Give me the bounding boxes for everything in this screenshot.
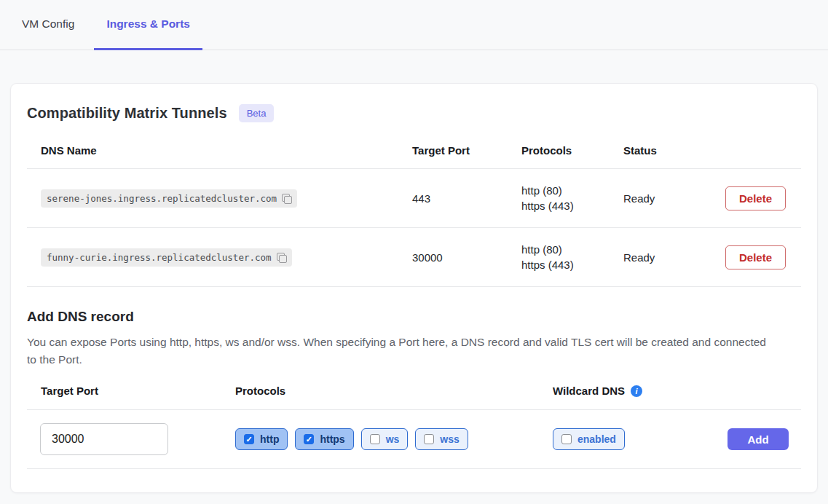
dns-name-text: funny-curie.ingress.replicatedcluster.co…: [47, 252, 272, 263]
add-button[interactable]: Add: [728, 428, 789, 450]
delete-button[interactable]: Delete: [725, 245, 786, 269]
target-port-cell: 443: [398, 192, 508, 205]
protocol-checkbox-label: http: [260, 433, 279, 445]
dns-name-text: serene-jones.ingress.replicatedcluster.c…: [47, 193, 277, 204]
delete-button[interactable]: Delete: [725, 186, 786, 210]
wildcard-checkbox-label: enabled: [577, 433, 616, 445]
wildcard-enabled-checkbox[interactable]: enabled: [553, 428, 625, 450]
add-dns-record-description: You can expose Ports using http, https, …: [27, 334, 770, 369]
column-header-status: Status: [610, 144, 701, 157]
dns-name-pill: serene-jones.ingress.replicatedcluster.c…: [41, 189, 297, 208]
status-cell: Ready: [610, 251, 701, 264]
protocol-checkbox-label: https: [320, 433, 344, 445]
tunnels-card: Compatibility Matrix Tunnels Beta DNS Na…: [10, 83, 818, 493]
add-dns-record-title: Add DNS record: [27, 309, 801, 325]
protocol-checkbox-wss[interactable]: wss: [415, 428, 468, 450]
card-header: Compatibility Matrix Tunnels Beta: [27, 102, 801, 124]
form-header-wildcard-dns: Wildcard DNS i: [553, 385, 728, 397]
column-header-dns-name: DNS Name: [27, 144, 398, 157]
wildcard-dns-cell: enabled: [553, 428, 728, 450]
protocol-checkbox-https[interactable]: ✓ https: [295, 428, 353, 450]
form-header-target-port: Target Port: [27, 385, 235, 397]
beta-badge: Beta: [239, 104, 275, 122]
table-row: funny-curie.ingress.replicatedcluster.co…: [27, 228, 801, 287]
table-header-row: DNS Name Target Port Protocols Status: [27, 131, 801, 169]
tab-vm-config[interactable]: VM Config: [9, 0, 87, 50]
protocols-cell: http (80) https (443): [508, 183, 610, 213]
checkbox-unchecked-icon: [424, 434, 434, 444]
form-header-protocols: Protocols: [235, 385, 553, 397]
protocol-line: http (80): [521, 242, 610, 257]
dns-name-pill: funny-curie.ingress.replicatedcluster.co…: [41, 248, 292, 267]
protocol-line: https (443): [521, 257, 610, 272]
target-port-field-cell: [27, 423, 235, 455]
checkbox-checked-icon: ✓: [304, 434, 314, 444]
table-row: serene-jones.ingress.replicatedcluster.c…: [27, 169, 801, 228]
tab-ingress-ports[interactable]: Ingress & Ports: [94, 0, 202, 50]
protocol-line: https (443): [521, 198, 610, 213]
column-header-protocols: Protocols: [508, 144, 610, 157]
wildcard-dns-label: Wildcard DNS: [553, 385, 625, 397]
status-cell: Ready: [610, 192, 701, 205]
form-row: ✓ http ✓ https ws wss enabled Add: [27, 410, 801, 469]
column-header-target-port: Target Port: [398, 144, 508, 157]
copy-icon[interactable]: [282, 194, 291, 203]
dns-name-cell: funny-curie.ingress.replicatedcluster.co…: [27, 248, 398, 267]
checkbox-unchecked-icon: [370, 434, 380, 444]
copy-icon[interactable]: [277, 253, 286, 262]
protocol-line: http (80): [521, 183, 610, 198]
dns-name-cell: serene-jones.ingress.replicatedcluster.c…: [27, 189, 398, 208]
form-header-row: Target Port Protocols Wildcard DNS i: [27, 376, 801, 410]
page-title: Compatibility Matrix Tunnels: [27, 105, 227, 122]
protocols-cell: http (80) https (443): [508, 242, 610, 272]
add-button-cell: Add: [728, 428, 804, 450]
tab-bar: VM Config Ingress & Ports: [0, 0, 828, 50]
protocol-checkbox-ws[interactable]: ws: [361, 428, 409, 450]
target-port-input[interactable]: [40, 423, 168, 455]
protocol-checkbox-group: ✓ http ✓ https ws wss: [235, 428, 553, 450]
protocol-checkbox-http[interactable]: ✓ http: [235, 428, 288, 450]
target-port-cell: 30000: [398, 251, 508, 264]
checkbox-unchecked-icon: [561, 434, 572, 444]
info-icon[interactable]: i: [631, 385, 642, 397]
protocol-checkbox-label: ws: [386, 433, 400, 445]
checkbox-checked-icon: ✓: [244, 434, 254, 444]
protocol-checkbox-label: wss: [440, 433, 459, 445]
